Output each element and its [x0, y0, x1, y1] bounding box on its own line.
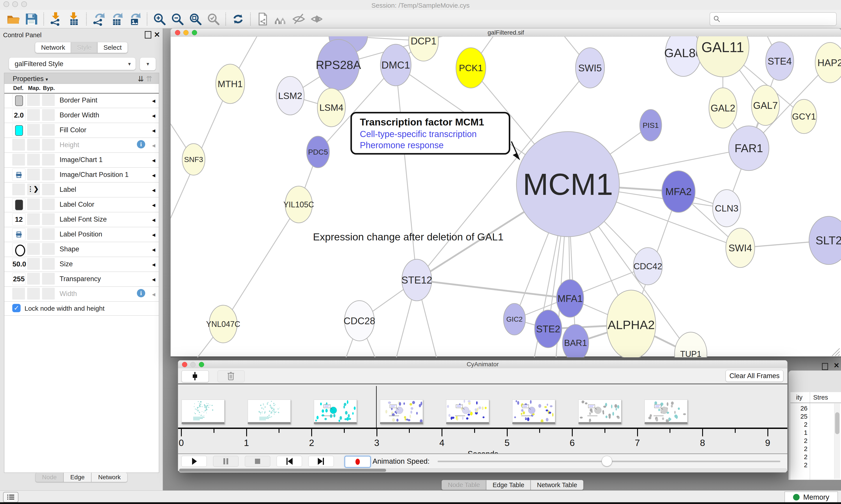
default-value[interactable]: 50.0 — [13, 258, 25, 270]
network-node-ste2[interactable]: STE2 — [535, 310, 562, 348]
search-input[interactable] — [720, 15, 836, 23]
property-row-label-font-size[interactable]: 12Label Font Size◂ — [4, 212, 159, 227]
tab-style[interactable]: Style — [71, 42, 97, 53]
map-cell[interactable]: ⋮❯ — [27, 183, 40, 195]
network-file-icon[interactable] — [255, 12, 270, 26]
zoom-in-icon[interactable] — [152, 12, 167, 26]
pause-button[interactable] — [213, 456, 238, 467]
map-cell[interactable] — [27, 154, 40, 165]
stop-button[interactable] — [245, 456, 270, 467]
cyanimator-timeline-area[interactable]: 0123456789 Seconds — [178, 385, 787, 453]
network-node-tup1[interactable]: TUP1 — [675, 332, 707, 357]
expand-row-icon[interactable]: ◂ — [152, 275, 155, 283]
expand-row-icon[interactable]: ◂ — [152, 216, 155, 223]
style-selector[interactable]: galFiltered Style ▾ — [9, 57, 136, 70]
map-cell[interactable] — [27, 139, 40, 151]
style-options-button[interactable]: ▾ — [140, 57, 156, 71]
clear-all-frames-button[interactable]: Clear All Frames — [726, 370, 783, 382]
zoom-fit-icon[interactable] — [188, 12, 202, 26]
table-cell-value[interactable]: 25 — [790, 413, 807, 420]
table-column-header[interactable]: Stres — [813, 394, 828, 401]
search-box[interactable] — [710, 12, 837, 26]
map-cell[interactable] — [27, 124, 40, 136]
table-cell-value[interactable]: 2 — [790, 453, 807, 461]
frame-thumbnail-6[interactable] — [512, 399, 555, 424]
def-cell[interactable] — [12, 94, 25, 106]
play-button[interactable] — [181, 456, 207, 467]
ellipse-shape-icon[interactable] — [15, 245, 25, 256]
refresh-icon[interactable] — [231, 12, 245, 26]
def-cell[interactable] — [12, 288, 25, 300]
close-panel-icon[interactable]: ✕ — [154, 30, 160, 39]
delete-frame-button[interactable] — [217, 371, 245, 382]
color-swatch[interactable] — [15, 200, 23, 210]
node-table[interactable]: ity Stres 2625212222 — [790, 392, 841, 480]
default-value[interactable]: 12 — [13, 214, 25, 225]
byp-cell[interactable] — [42, 154, 55, 165]
annotation-link[interactable]: Cell-type-specific transcription — [360, 129, 509, 139]
show-all-icon[interactable] — [309, 12, 324, 26]
property-row-border-width[interactable]: 2.0Border Width◂ — [4, 108, 159, 123]
table-cell-value[interactable]: 1 — [790, 429, 807, 436]
def-cell[interactable] — [12, 243, 25, 255]
expand-row-icon[interactable]: ◂ — [152, 141, 155, 149]
tab-network[interactable]: Network — [35, 42, 71, 53]
property-row-image-chart-1[interactable]: Image/Chart 1◂ — [4, 152, 159, 168]
mcm1-annotation[interactable]: Transcription factor MCM1 Cell-type-spec… — [351, 112, 510, 155]
def-cell[interactable]: 50.0 — [12, 258, 25, 270]
memory-button[interactable]: Memory — [785, 491, 838, 503]
network-node-ste12[interactable]: STE12 — [401, 259, 432, 301]
close-table-panel-icon[interactable]: ✕ — [834, 361, 839, 370]
network-node-ynl047c[interactable]: YNL047C — [206, 305, 240, 343]
expand-row-icon[interactable]: ◂ — [152, 186, 155, 194]
cyanimator-titlebar[interactable]: CyAnimator — [178, 360, 787, 368]
network-node-cdc42[interactable]: CDC42 — [633, 248, 662, 285]
open-folder-icon[interactable] — [6, 12, 21, 26]
expand-row-icon[interactable]: ◂ — [152, 112, 155, 119]
network-node-pdc5[interactable]: PDC5 — [307, 136, 329, 168]
position-icon[interactable] — [13, 228, 25, 240]
lock-checkbox[interactable]: ✓ — [12, 304, 21, 312]
network-node-dmc1[interactable]: DMC1 — [380, 44, 411, 86]
panel-tab-network[interactable]: Network — [91, 472, 127, 482]
network-node-cln3[interactable]: CLN3 — [713, 190, 741, 227]
table-scrollbar[interactable] — [834, 403, 840, 479]
info-icon[interactable]: i — [137, 289, 145, 297]
timeline-playhead[interactable] — [376, 386, 377, 428]
slider-thumb[interactable] — [602, 456, 612, 466]
property-row-height[interactable]: Heighti◂ — [4, 138, 159, 153]
map-cell[interactable] — [27, 213, 40, 225]
expand-row-icon[interactable]: ◂ — [152, 201, 155, 209]
network-node-gic2[interactable]: GIC2 — [503, 303, 525, 335]
byp-cell[interactable] — [42, 168, 55, 180]
resize-grip-icon[interactable] — [832, 348, 840, 356]
map-cell[interactable] — [27, 258, 40, 270]
table-cell-value[interactable]: 2 — [790, 445, 807, 453]
property-row-size[interactable]: 50.0Size◂ — [4, 257, 159, 272]
network-canvas[interactable]: RPS28ADCP1DMC1PCK1MTH1LSM2LSM4SNF3PDC5YI… — [171, 36, 841, 357]
network-node-snf3[interactable]: SNF3 — [182, 144, 205, 175]
add-frame-button[interactable] — [182, 371, 209, 382]
panel-tab-node[interactable]: Node — [35, 472, 64, 482]
network-node-cdc28[interactable]: CDC28 — [344, 301, 375, 341]
collapse-all-icon[interactable]: ⇈ — [146, 75, 153, 83]
map-cell[interactable] — [27, 243, 40, 255]
byp-cell[interactable] — [42, 124, 55, 136]
network-node-dcp1[interactable]: DCP1 — [409, 36, 439, 61]
def-cell[interactable] — [12, 228, 25, 240]
skip-end-button[interactable] — [308, 456, 334, 467]
color-swatch[interactable] — [15, 95, 23, 106]
network-edge[interactable] — [396, 65, 417, 280]
status-menu-button[interactable] — [3, 492, 18, 502]
network-node-slt2[interactable]: SLT2 — [809, 216, 841, 265]
tab-edge-table[interactable]: Edge Table — [486, 480, 531, 490]
save-icon[interactable] — [24, 12, 38, 26]
frame-thumbnail-8[interactable] — [645, 399, 687, 424]
export-network-icon[interactable] — [92, 12, 106, 26]
byp-cell[interactable] — [42, 243, 55, 255]
expand-row-icon[interactable]: ◂ — [152, 246, 155, 253]
hide-selected-icon[interactable] — [291, 12, 306, 26]
def-cell[interactable] — [12, 124, 25, 136]
map-cell[interactable] — [27, 94, 40, 106]
map-cell[interactable] — [27, 228, 40, 240]
